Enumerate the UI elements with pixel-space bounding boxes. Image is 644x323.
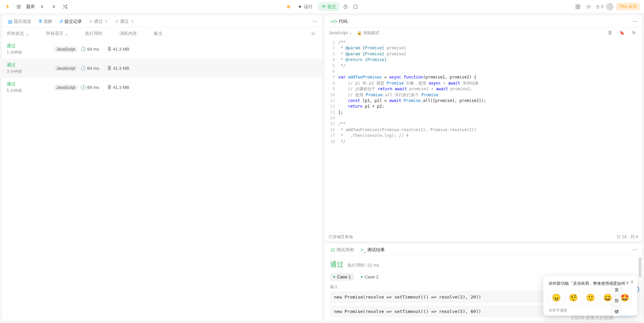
avatar[interactable] [606,3,613,10]
more-icon[interactable]: ⋯ [631,17,639,25]
tab-pass-1[interactable]: ↺ 通过 ✕ [86,17,111,26]
bookmark-icon[interactable]: 🔖 [618,29,626,37]
more-icon[interactable]: ⋯ [631,246,639,254]
next-problem-button[interactable] [50,3,58,11]
svg-point-3 [287,6,289,8]
lock-icon: 🔒 [357,31,362,35]
checkbox-icon: ☑ [331,247,335,253]
svg-rect-6 [354,5,357,8]
debug-button[interactable] [284,3,292,11]
result-status: 通过 [330,260,343,269]
rating-2[interactable]: 🤨 [566,290,581,305]
ime-chip[interactable]: 键 [612,307,621,316]
pass-dot-icon [361,276,363,278]
submissions-panel: ▤ 题目描述 ⚗ 题解 ↺ 提交记录 ↺ 通过 ✕ ↺ 通过 ✕ ⋯ [2,15,322,321]
right-stack: </> 代码 ⋯ JavaScript ⌄ 🔒 智能模式 ☰ 🔖 ↻ [325,15,642,321]
memory-icon: 🗄 [107,47,112,52]
watermark: CSDN @東方幻想郷 [571,315,614,321]
submission-row[interactable]: 通过5 分钟前 JavaScript 🕓68 ms 🗄41.3 MB [2,78,322,97]
tab-pass-2[interactable]: ↺ 通过 ✕ [112,17,137,26]
streak-count: 0 [601,4,603,9]
submission-time: 5 分钟前 [7,88,54,94]
submission-time: 3 分钟前 [7,69,54,74]
tab-pass1-label: 通过 [94,18,103,24]
cursor-position: 行 18，列 4 [617,234,638,240]
more-icon[interactable]: ⋯ [311,17,319,25]
run-button[interactable]: 运行 [294,2,316,11]
tab-solutions[interactable]: ⚗ 题解 [35,17,55,26]
description-icon: ▤ [8,19,12,24]
ime-chip[interactable]: 简 [612,296,621,306]
code-panel: </> 代码 ⋯ JavaScript ⌄ 🔒 智能模式 ☰ 🔖 ↻ [325,15,642,241]
status-label: 通过 [7,43,54,49]
line-gutter: 123456789101112131415161718 [325,40,338,231]
code-panel-tabs: </> 代码 ⋯ [325,15,642,28]
case-tab-2[interactable]: Case 2 [358,273,382,281]
clock-icon: 🕓 [80,47,86,52]
left-panel-actions: ⋯ [311,17,319,25]
top-bar: 题库 运行 提交 [0,0,644,13]
tab-results[interactable]: >_ 测试结果 [358,246,387,254]
prev-problem-button[interactable] [38,3,46,11]
close-icon[interactable]: ✕ [630,279,634,284]
history-icon: ↺ [89,19,93,24]
problem-list-button[interactable] [15,3,23,11]
timer-button[interactable] [341,3,350,11]
gear-icon[interactable] [309,30,317,38]
tab-results-label: 测试结果 [367,247,385,253]
code-editor[interactable]: 123456789101112131415161718 /** * @param… [325,38,642,232]
header-note: 备注 [154,31,162,37]
status-label: 通过 [7,62,54,68]
submit-label: 提交 [327,4,336,10]
language-chip: JavaScript [54,85,78,91]
problem-list-label[interactable]: 题库 [26,4,35,10]
tab-description[interactable]: ▤ 题目描述 [5,17,34,26]
memory-icon: 🗄 [107,85,112,90]
reset-icon[interactable]: ↻ [630,29,638,37]
chevron-down-icon: ⌄ [65,31,68,36]
tab-testcases[interactable]: ☑ 测试用例 [328,246,357,254]
scrollbar-thumb[interactable] [639,257,641,277]
close-icon[interactable]: ✕ [105,19,108,24]
filter-status[interactable]: 所有状态⌄ [7,31,29,37]
settings-button[interactable] [585,3,593,11]
leetcode-logo[interactable] [4,3,11,10]
runtime-value: 68 ms [87,85,99,90]
scrollbar[interactable] [639,256,641,321]
tab-code[interactable]: </> 代码 [328,17,350,26]
tab-pass2-label: 通过 [120,18,129,24]
rating-1[interactable]: 😠 [549,290,564,305]
format-icon[interactable]: ☰ [606,29,614,37]
submission-row[interactable]: 通过3 分钟前 JavaScript 🕓64 ms 🗄41.3 MB [2,59,322,78]
chevron-down-icon: ⌄ [349,31,352,35]
layout-button[interactable] [574,3,582,11]
submission-filters: 所有状态⌄ 所有语言⌄ 执行用时 消耗内存 备注 [2,28,322,40]
code-toolbar: JavaScript ⌄ 🔒 智能模式 ☰ 🔖 ↻ [325,28,642,38]
random-problem-button[interactable] [61,3,69,11]
code-content[interactable]: /** * @param {Promise} promise1 * @param… [338,40,642,231]
status-label: 通过 [7,81,54,87]
tab-submissions[interactable]: ↺ 提交记录 [56,17,85,26]
memory-value: 41.3 MB [113,85,129,90]
rating-3[interactable]: 🙂 [583,290,598,305]
chevron-down-icon: ⌄ [25,31,29,36]
ime-chip[interactable]: 英 [612,285,621,295]
case-tab-1[interactable]: Case 1 [330,273,354,281]
submission-row[interactable]: 通过1 分钟前 JavaScript 🕓64 ms 🗄41.3 MB [2,40,322,59]
tab-description-label: 题目描述 [14,18,31,24]
submit-button[interactable]: 提交 [318,2,339,11]
editor-status-bar: 已存储至本地 行 18，列 4 [325,232,642,241]
plus-badge[interactable]: Plus 会员 [616,3,640,10]
close-icon[interactable]: ✕ [131,19,134,24]
left-panel-tabs: ▤ 题目描述 ⚗ 题解 ↺ 提交记录 ↺ 通过 ✕ ↺ 通过 ✕ ⋯ [2,15,322,28]
smart-mode-toggle[interactable]: 🔒 智能模式 [357,30,379,36]
notes-button[interactable] [352,3,360,11]
test-panel-tabs: ☑ 测试用例 >_ 测试结果 ⋯ [325,244,642,256]
svg-point-12 [313,33,314,34]
filter-language[interactable]: 所有语言⌄ [46,31,68,37]
language-selector[interactable]: JavaScript ⌄ [329,31,352,35]
flask-icon: ⚗ [38,19,42,24]
save-status: 已存储至本地 [329,234,353,240]
streak-indicator[interactable]: 0 [595,4,603,9]
code-icon: </> [331,19,337,24]
